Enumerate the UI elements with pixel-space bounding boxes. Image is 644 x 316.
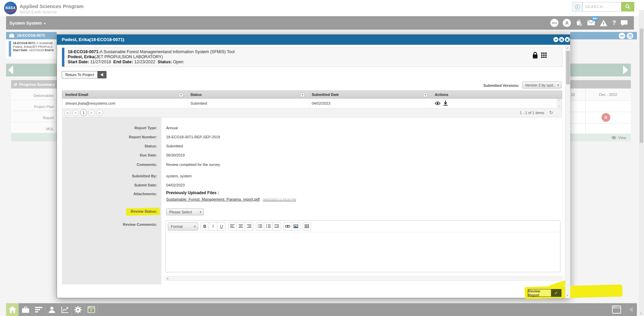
carousel-next-icon[interactable] [623,66,628,74]
view-link[interactable]: View [618,136,626,140]
page-first-button[interactable]: |◂ [64,109,71,116]
scroll-down-icon[interactable]: ▾ [640,312,642,315]
attachments-heading: Previously Uploaded Files : [166,190,219,195]
report-number-value: 18-ECO18-0071-REP-SEP-2019 [166,135,220,139]
cell-status: Submitted [190,101,207,105]
scroll-down-icon[interactable]: ▾ [557,105,562,107]
return-to-project-button[interactable]: Return To Project [62,71,106,78]
svg-text:P: P [90,309,92,312]
briefcase-icon [9,33,14,38]
page-prev-button[interactable]: ◂ [72,109,79,116]
scroll-up-icon[interactable]: ▴ [557,99,562,102]
filter-list-button[interactable] [32,303,45,316]
underline-button[interactable]: U [217,222,226,231]
page-current-button[interactable]: 1 [80,109,87,116]
user-menu[interactable]: System System▾ [9,21,45,26]
modal-titlebar[interactable]: Podest, Erika(18-ECO18-0071) [57,35,570,45]
project-summary-card[interactable]: 18-ECO18-0071: A Sustainab Podest, Erika… [6,39,57,59]
modal-close-button[interactable] [565,37,570,42]
col-status[interactable]: Status [190,93,202,97]
cart-add-icon[interactable] [575,19,583,27]
home-button[interactable] [6,303,19,316]
horizontal-scrollbar[interactable]: ◂ [165,276,562,281]
nasa-logo: NASA [4,2,17,14]
review-status-dropdown[interactable]: Please Select ▾ [166,208,204,215]
row-label-mul[interactable]: MUL [46,127,54,131]
table-button[interactable] [303,222,311,231]
row-label-project-plan[interactable]: Project Plan [34,105,54,109]
align-right-button[interactable] [245,222,253,231]
collapse-panel-icon[interactable] [629,307,633,313]
progress-summary-header-right [570,80,631,89]
mail-menu[interactable]: 99+ [587,20,595,26]
chevron-down-icon: ▾ [192,225,198,228]
progress-summary-header: ⇄ Progress Summary [11,80,57,89]
image-button[interactable] [292,222,300,231]
sort-lines-icon [35,307,42,313]
download-version-icon[interactable] [443,101,448,106]
page-last-button[interactable]: ▸| [96,109,103,116]
align-center-button[interactable] [237,222,245,231]
italic-button[interactable]: I [209,222,217,231]
row-label-deliverables[interactable]: Deliverables [33,94,54,98]
project-dates-line: Start Date: 11/27/2018 End Date: 12/23/2… [68,60,183,64]
grid-menu-icon[interactable] [541,52,547,58]
window-menu-icon[interactable] [627,33,633,39]
submitted-versions-dropdown[interactable]: Version 2 by syst... ▾ [522,81,561,89]
modal-maximize-button[interactable] [559,37,564,42]
link-button[interactable] [283,222,292,231]
page-scrollbar-thumb[interactable] [640,29,643,143]
search-button[interactable] [621,2,634,11]
scroll-up-icon[interactable]: ▴ [567,46,568,49]
bold-button[interactable]: B [201,222,209,231]
report-status-badge[interactable]: R [602,113,610,122]
refresh-icon[interactable]: ↻ [549,110,553,115]
avatar[interactable]: A [563,19,571,27]
carousel-prev-icon[interactable] [8,66,13,74]
review-report-button[interactable]: Review Report ✓ [528,289,561,297]
filter-icon[interactable] [300,92,305,97]
scroll-down-icon[interactable]: ▾ [567,294,568,297]
projects-button[interactable] [19,303,32,316]
portal-button[interactable]: P [85,303,98,316]
page-scrollbar[interactable]: ▾ [639,10,644,316]
modal-minimize-button[interactable] [553,37,558,42]
editor-text-area[interactable] [166,232,560,272]
indent-button[interactable] [273,222,281,231]
report-review-modal: Podest, Erika(18-ECO18-0071) 18-ECO18-00… [57,34,570,298]
table-scrollbar[interactable]: ▴ ▾ [557,99,562,108]
modal-scrollbar[interactable]: ▴ ▾ [565,45,570,298]
scroll-left-icon[interactable]: ◂ [167,277,168,280]
info-button[interactable]: i [572,2,582,11]
bullet-list-button[interactable] [256,222,264,231]
format-dropdown[interactable]: Format ▾ [168,222,198,231]
col-invited-email[interactable]: Invited Email [65,93,88,97]
search-input[interactable] [582,2,621,11]
help-icon[interactable]: ? [612,19,616,27]
progress-summary-panel-right: 22 Dec - 2022 R View [570,80,631,141]
settings-button[interactable] [72,303,85,316]
lock-icon [532,52,538,59]
filter-icon[interactable] [423,92,428,97]
view-version-icon[interactable] [435,101,440,105]
attachment-file-link[interactable]: Sustainable_Forest_Management_Panama_rep… [166,197,296,201]
col-submitted-date[interactable]: Submitted Date [312,93,339,97]
chat-icon[interactable] [620,20,628,26]
top-header: NASA Applied Sciences Program NASA Earth… [0,0,644,16]
gear-icon [74,306,82,313]
window-minimize-icon[interactable] [619,33,625,39]
align-left-button[interactable] [228,222,237,231]
modal-title: Podest, Erika(18-ECO18-0071) [62,37,124,42]
new-badge-icon[interactable]: NEW [550,19,558,27]
numbered-list-button[interactable] [264,222,273,231]
pagination-items-text: 1 - 1 of 1 items [520,111,544,115]
alert-icon[interactable] [600,20,608,27]
display-button[interactable] [612,306,621,314]
users-button[interactable] [45,303,58,316]
reports-chart-button[interactable] [59,303,71,316]
versions-table-row[interactable]: shivani.jhala@reisystems.com Submitted 0… [62,99,562,108]
modal-scrollbar-thumb[interactable] [566,51,570,84]
filter-icon[interactable] [179,92,184,97]
page-next-button[interactable]: ▸ [88,109,95,116]
row-label-report[interactable]: Report [43,116,54,120]
